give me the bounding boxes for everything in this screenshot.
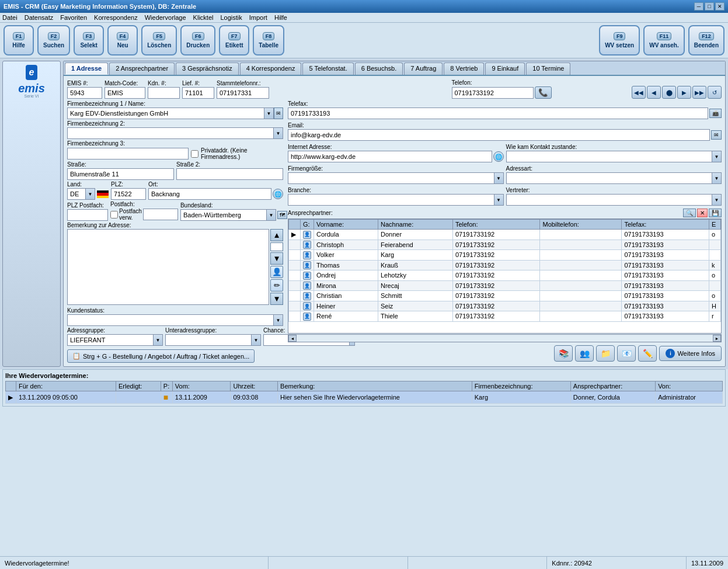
wie-kam-dropdown-button[interactable]: ▼ — [712, 151, 722, 162]
firmenname2-input[interactable] — [67, 127, 274, 139]
firmenname1-email-button[interactable]: ✉ — [274, 107, 283, 119]
bemerkung-scroll-down-button[interactable]: ▼ — [270, 252, 283, 265]
strasse2-input[interactable] — [176, 168, 283, 180]
ort-input[interactable] — [148, 188, 271, 200]
people-button[interactable]: 👥 — [575, 345, 594, 362]
ansprechpartner-delete-button[interactable]: ✕ — [697, 209, 708, 217]
maximize-button[interactable]: □ — [705, 2, 714, 11]
pen-button[interactable]: ✏️ — [638, 345, 657, 362]
menu-import[interactable]: Import — [249, 14, 267, 21]
adressgruppe-input[interactable] — [67, 334, 154, 346]
tab-ansprechpartner[interactable]: 2 Ansprechpartner — [109, 63, 175, 75]
f8-tabelle-button[interactable]: F8 Tabelle — [253, 25, 284, 55]
ort-globe-button[interactable]: 🌐 — [273, 189, 283, 199]
vertreter-input[interactable] — [506, 194, 713, 206]
table-row[interactable]: 👤 Thomas Krauß 07191733192 07191733193 k — [289, 260, 721, 270]
weitere-infos-button[interactable]: i Weitere Infos — [659, 346, 722, 361]
nav-refresh-button[interactable]: ↺ — [708, 86, 722, 99]
bemerkung-textarea[interactable] — [67, 229, 269, 305]
table-row[interactable]: 👤 Heiner Seiz 07191733192 07191733193 H — [289, 301, 721, 311]
nav-next-button[interactable]: ▶ — [677, 86, 691, 99]
internet-globe-button[interactable]: 🌐 — [493, 151, 504, 162]
ansprechpartner-save-button[interactable]: 💾 — [709, 209, 722, 217]
emis-nr-input[interactable] — [67, 87, 102, 99]
email-send-button[interactable]: ✉ — [711, 130, 722, 140]
wie-kam-input[interactable] — [506, 151, 713, 162]
adressart-input[interactable] — [506, 172, 713, 184]
tab-termine[interactable]: 10 Termine — [526, 63, 570, 75]
menu-favoriten[interactable]: Favoriten — [60, 14, 87, 21]
contacts-horizontal-scrollbar[interactable]: ◄ ► — [288, 334, 722, 342]
vertreter-dropdown-button[interactable]: ▼ — [712, 194, 722, 206]
land-input[interactable] — [67, 188, 86, 200]
internet-input[interactable] — [288, 151, 492, 162]
telefon-input[interactable] — [452, 87, 534, 99]
firmenname1-input[interactable] — [67, 107, 264, 119]
telefon-call-button[interactable]: 📞 — [535, 86, 552, 99]
plz-input[interactable] — [111, 188, 146, 200]
bemerkung-person-button[interactable]: 👤 — [270, 266, 283, 278]
table-row[interactable]: 👤 Christian Schmitt 07191733192 07191733… — [289, 291, 721, 301]
tab-einkauf[interactable]: 9 Einkauf — [485, 63, 525, 75]
table-row[interactable]: 👤 Mirona Nrecaj 07191733192 07191733193 — [289, 280, 721, 291]
land-dropdown-button[interactable]: ▼ — [86, 188, 95, 200]
firmenname3-input[interactable] — [67, 148, 189, 159]
email-input[interactable] — [288, 129, 710, 141]
stammtelefon-input[interactable] — [217, 87, 269, 99]
book-button[interactable]: 📚 — [554, 345, 573, 362]
tab-vertrieb[interactable]: 8 Vertrieb — [444, 63, 484, 75]
adressgruppe-dropdown-button[interactable]: ▼ — [154, 334, 163, 346]
menu-klicktel[interactable]: Klicktel — [193, 14, 214, 21]
nav-prev-button[interactable]: ◀ — [647, 86, 661, 99]
f1-hilfe-button[interactable]: F1 Hilfe — [4, 25, 34, 55]
strasse-input[interactable] — [67, 168, 174, 180]
scroll-left-button[interactable]: ◄ — [288, 335, 297, 342]
menu-datei[interactable]: Datei — [2, 14, 18, 21]
kundenstatus-dropdown-button[interactable]: ▼ — [274, 314, 283, 326]
ansprechpartner-search-button[interactable]: 🔍 — [683, 209, 696, 217]
nav-stop-button[interactable]: ⬤ — [662, 86, 676, 99]
tab-auftrag[interactable]: 7 Auftrag — [404, 63, 443, 75]
branche-input[interactable] — [288, 194, 494, 206]
firmenname1-dropdown-button[interactable]: ▼ — [264, 107, 274, 119]
menu-logistik[interactable]: Logistik — [220, 14, 242, 21]
kdn-nr-input[interactable] — [148, 87, 180, 99]
table-row[interactable]: 👤 Christoph Feierabend 07191733192 07191… — [289, 240, 721, 250]
tab-telefonstat[interactable]: 5 Telefonstat. — [302, 63, 353, 75]
table-row[interactable]: 👤 René Thiele 07191733192 07191733193 r — [289, 311, 721, 322]
lief-nr-input[interactable] — [182, 87, 214, 99]
firmenname2-dropdown-button[interactable]: ▼ — [274, 127, 283, 139]
branche-dropdown-button[interactable]: ▼ — [494, 194, 504, 206]
tab-gespraechsnotiz[interactable]: 3 Gesprächsnotiz — [176, 63, 239, 75]
table-row[interactable]: ▶ 👤 Cordula Donner 07191733192 071917331… — [289, 230, 721, 240]
postfach-verw-checkbox[interactable] — [110, 211, 118, 218]
bundesland-map-button[interactable]: 🗺 — [277, 211, 287, 219]
f11-wv-anseh-button[interactable]: F11 WV anseh. — [643, 25, 685, 55]
strg-g-button[interactable]: 📋 Strg + G - Bestellung / Angebot / Auft… — [67, 349, 255, 363]
match-code-input[interactable] — [105, 87, 145, 99]
scroll-right-button[interactable]: ► — [713, 335, 721, 342]
nav-first-button[interactable]: ◀◀ — [632, 86, 646, 99]
folder-button[interactable]: 📁 — [596, 345, 615, 362]
tab-besuchsb[interactable]: 6 Besuchsb. — [355, 63, 403, 75]
tab-korrespondenz[interactable]: 4 Korrespondenz — [240, 63, 302, 75]
f3-selekt-button[interactable]: F3 Selekt — [74, 25, 104, 55]
bemerkung-scrollbar[interactable] — [270, 242, 283, 251]
postfach-input[interactable] — [143, 209, 178, 220]
bemerkung-edit-button[interactable]: ✏ — [270, 279, 283, 292]
firmengroesse-input[interactable] — [288, 172, 494, 184]
f4-neu-button[interactable]: F4 Neu — [107, 25, 138, 55]
table-row[interactable]: 👤 Ondrej Lehotzky 07191733192 0719173319… — [289, 270, 721, 281]
f6-drucken-button[interactable]: F6 Drucken — [180, 25, 215, 55]
kundenstatus-input[interactable] — [67, 314, 274, 326]
telefax-input[interactable] — [288, 107, 708, 119]
f2-suchen-button[interactable]: F2 Suchen — [37, 25, 70, 55]
table-row[interactable]: 👤 Volker Karg 07191733192 07191733193 — [289, 250, 721, 261]
unteradressgruppe-input[interactable] — [165, 334, 252, 346]
bundesland-dropdown-button[interactable]: ▼ — [267, 209, 276, 221]
minimize-button[interactable]: ─ — [694, 2, 703, 11]
menu-datensatz[interactable]: Datensatz — [25, 14, 54, 21]
firmengroesse-dropdown-button[interactable]: ▼ — [494, 172, 504, 184]
menu-hilfe[interactable]: Hilfe — [274, 14, 287, 21]
wv-table-row[interactable]: ▶ 13.11.2009 09:05:00 ■ 13.11.2009 09:03… — [6, 391, 723, 404]
